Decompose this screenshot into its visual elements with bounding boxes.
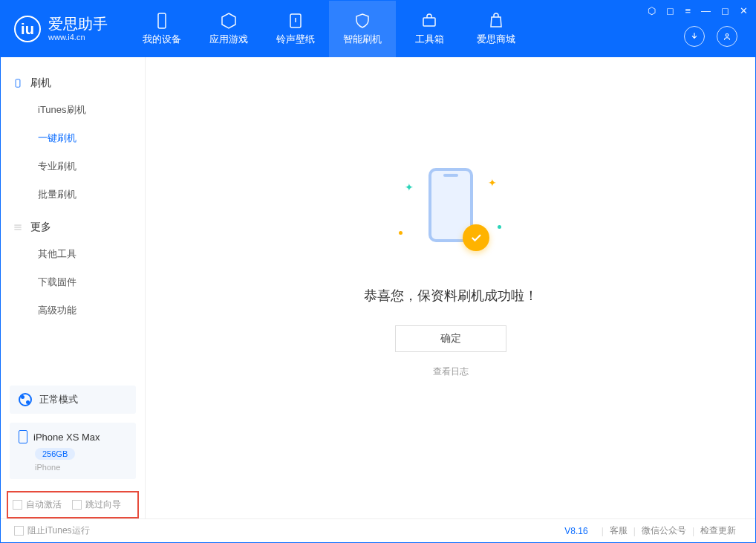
checkbox-icon [72,500,82,510]
phone-outline-icon [13,78,23,88]
device-name: iPhone XS Max [33,432,100,443]
window-controls: ⬡ ◻ ≡ — ◻ ✕ [648,5,748,16]
lock-icon[interactable]: ◻ [666,5,674,16]
checkbox-auto-activate[interactable]: 自动激活 [13,498,62,511]
device-card[interactable]: iPhone XS Max 256GB iPhone [10,423,136,479]
options-row: 自动激活 跳过向导 [7,491,139,518]
footer-link-support[interactable]: 客服 [610,524,628,537]
tab-store[interactable]: 爱思商城 [463,1,529,57]
tab-my-device[interactable]: 我的设备 [128,1,195,57]
status-bar: 阻止iTunes运行 V8.16 | 客服 | 微信公众号 | 检查更新 [1,518,755,542]
view-log-link[interactable]: 查看日志 [433,365,469,378]
toolbox-icon [420,12,438,30]
music-file-icon [287,12,304,30]
user-button[interactable] [717,26,737,47]
svg-rect-0 [158,13,166,28]
app-logo: iu 爱思助手 www.i4.cn [1,1,121,57]
app-name: 爱思助手 [48,16,108,33]
device-capacity: 256GB [35,448,75,460]
shirt-icon[interactable]: ⬡ [648,5,656,16]
checkbox-icon [14,526,24,536]
sidebar-item-itunes-flash[interactable]: iTunes刷机 [1,96,145,124]
sidebar-item-other-tools[interactable]: 其他工具 [1,240,145,268]
checkbox-icon [13,500,22,510]
app-url: www.i4.cn [48,33,108,42]
refresh-shield-icon [353,12,371,30]
minimize-button[interactable]: — [701,5,711,16]
user-icon [722,31,732,42]
main-tabs: 我的设备 应用游戏 铃声壁纸 智能刷机 工具箱 爱思商城 [128,1,529,57]
sparkle-icon: ✦ [488,177,497,189]
tab-toolbox[interactable]: 工具箱 [396,1,463,57]
checkmark-badge-icon [463,224,489,251]
sidebar: 刷机 iTunes刷机 一键刷机 专业刷机 批量刷机 更多 其他工具 下载固件 … [1,57,146,518]
list-icon [13,222,23,233]
sidebar-item-oneclick-flash[interactable]: 一键刷机 [1,124,145,152]
dot-icon [399,231,403,235]
mode-icon [19,393,32,406]
close-button[interactable]: ✕ [740,5,748,16]
sidebar-section-flash: 刷机 [1,71,145,96]
sidebar-item-download-firmware[interactable]: 下载固件 [1,268,145,296]
svg-rect-2 [423,18,435,26]
tab-ringtones[interactable]: 铃声壁纸 [262,1,329,57]
header-actions [684,26,737,47]
sparkle-icon: ✦ [405,181,414,193]
tab-smart-flash[interactable]: 智能刷机 [329,1,396,57]
device-phone-icon [19,430,27,443]
sidebar-item-advanced[interactable]: 高级功能 [1,296,145,325]
checkbox-block-itunes[interactable]: 阻止iTunes运行 [14,524,90,537]
bag-icon [487,12,505,30]
footer-link-update[interactable]: 检查更新 [700,524,736,537]
sidebar-section-more: 更多 [1,215,145,240]
dot-icon [498,225,501,229]
sidebar-item-batch-flash[interactable]: 批量刷机 [1,181,145,209]
download-button[interactable] [684,26,705,47]
mode-card[interactable]: 正常模式 [10,386,136,414]
tab-apps-games[interactable]: 应用游戏 [195,1,262,57]
success-message: 恭喜您，保资料刷机成功啦！ [364,287,538,305]
mode-label: 正常模式 [39,393,78,406]
maximize-button[interactable]: ◻ [721,5,729,16]
app-header: iu 爱思助手 www.i4.cn 我的设备 应用游戏 铃声壁纸 智能刷机 工具… [1,1,755,57]
version-label: V8.16 [564,526,587,536]
device-type: iPhone [35,463,127,472]
cube-icon [220,12,238,30]
logo-icon: iu [14,16,41,42]
confirm-button[interactable]: 确定 [395,325,506,352]
phone-icon [153,12,171,30]
success-illustration: ✦ ✦ [391,160,510,264]
svg-point-3 [726,34,729,37]
main-content: ✦ ✦ 恭喜您，保资料刷机成功啦！ 确定 查看日志 [146,57,755,518]
checkbox-skip-guide[interactable]: 跳过向导 [72,498,121,511]
footer-link-wechat[interactable]: 微信公众号 [642,524,686,537]
sidebar-item-pro-flash[interactable]: 专业刷机 [1,152,145,181]
download-icon [689,31,700,42]
svg-rect-4 [16,79,20,88]
menu-icon[interactable]: ≡ [685,5,691,16]
